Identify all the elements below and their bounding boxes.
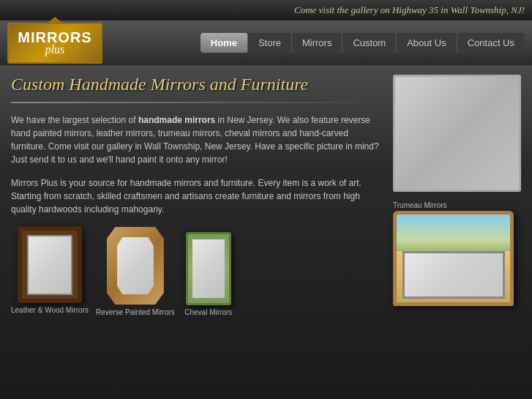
logo-line1: MIRRORS [18, 30, 91, 45]
leather-mirror-frame[interactable] [18, 226, 82, 303]
nav-home[interactable]: Home [201, 33, 248, 53]
reverse-mirror-label: Reverse Painted Mirrors [96, 308, 175, 316]
logo-line2: plus [45, 43, 65, 56]
description-1: We have the largest selection of handmad… [11, 113, 382, 166]
cheval-mirror-label: Cheval Mirrors [184, 308, 232, 316]
top-banner: Come visit the gallery on Highway 35 in … [0, 0, 532, 20]
cheval-mirror-glass [192, 239, 225, 298]
octagon-frame [107, 227, 164, 305]
nav-custom[interactable]: Custom [342, 33, 397, 53]
reverse-mirror-glass [117, 237, 154, 294]
desc1-bold: handmade mirrors [138, 115, 215, 125]
desc1-part1: We have the largest selection of [11, 115, 138, 125]
right-content: Trumeau Mirrors [393, 75, 521, 395]
leather-mirror-label: Leather & Wood Mirrors [11, 306, 89, 314]
nav-store[interactable]: Store [248, 33, 292, 53]
main-content: Custom Handmade Mirrors and Furniture We… [0, 66, 532, 399]
header: MIRRORS plus Home Store Mirrors Custom A… [0, 20, 532, 66]
reverse-mirror-frame[interactable] [106, 226, 165, 305]
leather-mirror-item: Leather & Wood Mirrors [11, 226, 89, 314]
page-title: Custom Handmade Mirrors and Furniture [11, 75, 382, 94]
cheval-frame [186, 232, 231, 305]
leather-mirror-glass [27, 235, 72, 295]
trumeau-section: Trumeau Mirrors [393, 198, 521, 306]
mirrors-row: Leather & Wood Mirrors Reverse Painted M… [11, 226, 382, 316]
cheval-mirror-item: Cheval Mirrors [182, 226, 235, 316]
reverse-mirror-item: Reverse Painted Mirrors [96, 226, 175, 316]
trumeau-label: Trumeau Mirrors [393, 201, 447, 209]
nav-about[interactable]: About Us [397, 33, 457, 53]
description-2: Mirrors Plus is your source for handmade… [11, 176, 382, 216]
featured-image [393, 75, 521, 192]
trumeau-mirror-frame[interactable] [393, 211, 514, 306]
logo[interactable]: MIRRORS plus [7, 23, 102, 64]
main-nav: Home Store Mirrors Custom About Us Conta… [201, 33, 525, 53]
nav-mirrors[interactable]: Mirrors [292, 33, 342, 53]
logo-chevron-icon [46, 17, 64, 24]
left-content: Custom Handmade Mirrors and Furniture We… [11, 75, 382, 395]
cheval-mirror-wrap[interactable] [182, 226, 235, 305]
trumeau-glass [402, 251, 505, 299]
trumeau-art [397, 215, 510, 251]
banner-text: Come visit the gallery on Highway 35 in … [294, 4, 525, 16]
nav-contact[interactable]: Contact Us [457, 33, 525, 53]
title-underline [11, 102, 364, 103]
